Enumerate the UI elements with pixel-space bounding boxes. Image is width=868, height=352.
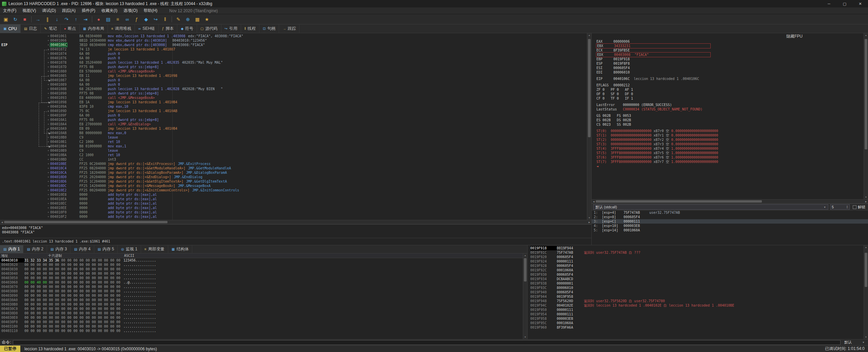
register-line[interactable]: ST(5) 3FFF8000000000000000 x87r5 空 1.000… xyxy=(596,151,864,155)
register-line[interactable]: EBX34333231 xyxy=(596,44,864,48)
scroll-track[interactable] xyxy=(588,37,591,216)
scroll-up-icon[interactable]: ▲ xyxy=(587,33,591,37)
disasm-row[interactable]: 00401090FF75 08push dword ptr ss:[ebp+8] xyxy=(0,91,587,96)
disasm-row[interactable]: 004010A1FF75 08push dword ptr ss:[ebp+8] xyxy=(0,118,587,122)
tab-dump-4[interactable]: ▤内存 4 xyxy=(71,245,94,253)
tab-struct[interactable]: ▦结构体 xyxy=(168,245,192,253)
menu-item[interactable]: 帮助(H) xyxy=(141,7,161,14)
scroll-thumb[interactable] xyxy=(865,253,867,287)
memory-row[interactable]: 0040303000 00 00 00 00 00 00 00 00 00 00… xyxy=(0,267,523,271)
tab-breakpoints[interactable]: ●断点 xyxy=(61,24,80,33)
run-button[interactable]: → xyxy=(34,15,42,23)
settings-button[interactable]: ⊕ xyxy=(183,15,192,23)
tab-watch-1[interactable]: ◎监视 1 xyxy=(118,245,141,253)
register-line[interactable]: ST(4) 3FFF8000000000000000 x87r4 空 1.000… xyxy=(596,146,864,151)
stack-row[interactable]: 0019F95C0001060A xyxy=(530,321,864,325)
register-line[interactable]: ST(0) 00000000000000000000 x87r0 空 0.000… xyxy=(596,129,864,133)
tab-cpu[interactable]: ▣CPU xyxy=(0,24,21,33)
step-into-button[interactable]: ↓ xyxy=(53,15,61,23)
stack-row[interactable]: 0019F958000003EB xyxy=(530,316,864,321)
register-line[interactable]: OF 0SF 0DF 0 xyxy=(596,92,864,96)
register-line[interactable]: ST(3) 00000000000000000000 x87r3 空 0.000… xyxy=(596,142,864,146)
disasm-row[interactable]: 004010B4B8 01000000mov eax,1 xyxy=(0,144,587,148)
scroll-left-icon[interactable]: ◀ xyxy=(0,220,4,224)
tab-seh[interactable]: ∞SEH链 xyxy=(135,24,159,33)
scroll-track[interactable] xyxy=(4,221,587,223)
scroll-down-icon[interactable]: ▼ xyxy=(864,335,868,339)
scroll-track[interactable] xyxy=(865,249,867,335)
scroll-thumb[interactable] xyxy=(596,200,762,203)
flag-item[interactable]: OF 0 xyxy=(596,92,611,96)
disasm-row[interactable]: 004010D6FF25 1C204000jmp dword ptr ds:[<… xyxy=(0,179,587,184)
argument-row[interactable]: 5:[esp+14]0001060A xyxy=(592,228,868,232)
disasm-row[interactable]: 0040107274 13je leccion 13 hardcoded 1 .… xyxy=(0,47,587,51)
stack-row[interactable]: 0019F9180019F944 xyxy=(530,246,864,250)
scroll-down-icon[interactable]: ▼ xyxy=(523,335,527,339)
disasm-row[interactable]: 004010EA0000add byte ptr ds:[eax],al xyxy=(0,197,587,201)
stack-row[interactable]: 0019F920000605F4 xyxy=(530,255,864,259)
tab-call-stack[interactable]: ≡调用堆栈 xyxy=(108,24,135,33)
flag-item[interactable]: IF 1 xyxy=(625,96,639,101)
memory-row[interactable]: 0040306000 00 40 00 00 00 00 00 00 00 00… xyxy=(0,280,523,285)
disasm-row[interactable]: 00401098EB 1Ajmp leccion 13 hardcoded 1 … xyxy=(0,100,587,104)
registers-vscrollbar[interactable]: ▲ ▼ xyxy=(864,33,868,199)
calling-convention-select[interactable]: 默认 (stdcall) ▼ xyxy=(593,204,828,210)
disasm-row[interactable]: 004010876A 00push 0 xyxy=(0,78,587,82)
register-line[interactable]: ES 002BDS 002B xyxy=(596,118,864,122)
disasm-row[interactable]: 004010746A 00push 0 xyxy=(0,51,587,56)
disasm-row[interactable]: 00401061BA 08304000mov edx,leccion 13 ha… xyxy=(0,34,587,38)
scroll-thumb[interactable] xyxy=(865,39,867,149)
stop-button[interactable]: ■ xyxy=(20,15,29,23)
disasm-row[interactable]: 0040109A83F8 10cmp eax,10 xyxy=(0,104,587,109)
memory-row[interactable]: 0040308000 00 00 00 00 00 00 00 00 00 00… xyxy=(0,289,523,293)
tab-dump-2[interactable]: ▤内存 2 xyxy=(23,245,47,253)
disasm-row[interactable]: 004010B9C9leave xyxy=(0,148,587,153)
spinner-arrows-icon[interactable]: ▲▼ xyxy=(846,205,848,209)
memory-row[interactable]: 0040310000 00 00 00 00 00 00 00 00 00 00… xyxy=(0,324,523,329)
flag-item[interactable]: FS 0053 xyxy=(617,113,637,118)
disasm-row[interactable]: 004010A4E8 27000000call <JMP.&EndDialog> xyxy=(0,122,587,126)
flag-item[interactable]: DS 002B xyxy=(617,118,637,122)
restart-button[interactable]: ↻ xyxy=(11,15,20,23)
close-button[interactable]: ✕ xyxy=(852,0,868,7)
scroll-track[interactable] xyxy=(524,257,527,335)
disasm-row[interactable]: 004010DCFF25 14204000jmp dword ptr ds:[<… xyxy=(0,184,587,188)
tab-references[interactable]: ↪引用 xyxy=(221,24,241,33)
unlock-checkbox[interactable] xyxy=(853,205,856,209)
run-to-cursor-button[interactable]: ⇥ xyxy=(81,15,90,23)
registers-hscrollbar[interactable]: ◀ ▶ xyxy=(592,199,868,204)
memory-row[interactable]: 004030E000 00 00 00 00 00 00 00 00 00 00… xyxy=(0,315,523,320)
tab-notes[interactable]: ✎笔记 xyxy=(41,24,60,33)
references-button[interactable]: ↪ xyxy=(151,15,160,23)
tab-locals[interactable]: ≡局部变量 xyxy=(141,245,168,253)
memory-row[interactable]: 0040311000 00 00 00 00 00 00 00 00 00 00… xyxy=(0,329,523,333)
open-file-button[interactable]: ▣ xyxy=(1,15,10,23)
tab-log[interactable]: ▤日志 xyxy=(21,24,41,33)
argument-row[interactable]: 4:[esp+10]000003EB xyxy=(592,224,868,228)
tab-dump-1[interactable]: ▤内存 1 xyxy=(0,245,23,253)
menu-item[interactable]: 插件(P) xyxy=(79,7,98,14)
stack-row[interactable]: 0019F930000605F4 xyxy=(530,272,864,277)
register-line[interactable]: ST(1) 00000000000000000000 x87r1 空 0.000… xyxy=(596,133,864,138)
register-line[interactable]: ESP0019F8F8 xyxy=(596,61,864,66)
register-line[interactable]: LastStatusC0000034 (STATUS_OBJECT_NAME_N… xyxy=(596,107,864,111)
disasm-row[interactable]: 0040108B68 28204000push leccion 13 hardc… xyxy=(0,87,587,91)
tab-dump-5[interactable]: ▤内存 5 xyxy=(94,245,118,253)
disasm-row[interactable]: 004010BDCCint3 xyxy=(0,157,587,162)
pause-button[interactable]: ∥ xyxy=(43,15,52,23)
memory-dump-view[interactable]: 地址 十六进制 ASCII 0040301031 32 33 34 35 36 … xyxy=(0,253,523,339)
tab-threads[interactable]: ‖线程 xyxy=(241,24,259,33)
call-stack-button[interactable]: ≡ xyxy=(113,15,122,23)
tab-dump-3[interactable]: ▤内存 3 xyxy=(47,245,71,253)
scroll-right-icon[interactable]: ▶ xyxy=(864,200,868,203)
memory-row[interactable]: 004030A000 00 00 00 00 00 00 00 00 00 00… xyxy=(0,298,523,302)
disasm-row[interactable]: 004010E80000add byte ptr ds:[eax],al xyxy=(0,192,587,197)
disasm-row[interactable]: 004010766A 00push 0 xyxy=(0,56,587,60)
disasm-row[interactable]: 004010D0FF25 20204000jmp dword ptr ds:[<… xyxy=(0,175,587,179)
argument-row[interactable]: 3:[esp+C]00000111 xyxy=(592,219,868,224)
disasm-row[interactable]: 00401093E8 44000000call <JMP.&MessageBox… xyxy=(0,96,587,100)
register-line[interactable]: CS 0023SS 002B xyxy=(596,122,864,127)
register-line[interactable]: ST(6) 3FFF8000000000000000 x87r6 空 1.000… xyxy=(596,155,864,160)
step-over-button[interactable]: ↷ xyxy=(62,15,71,23)
disassembly-view[interactable]: EIP 00401061BA 08304000mov edx,leccion 1… xyxy=(0,33,587,220)
